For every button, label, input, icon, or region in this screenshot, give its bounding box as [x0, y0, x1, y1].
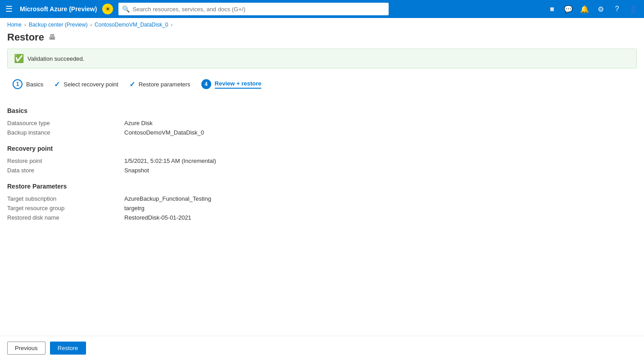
main-content: ✅ Validation succeeded. 1 Basics ✓ Selec… [0, 49, 644, 336]
step-restore-params[interactable]: ✓ Restore parameters [124, 76, 196, 92]
target-subscription-row: Target subscription AzureBackup_Function… [7, 195, 637, 202]
footer: Previous Restore [0, 336, 644, 360]
step-1-number: 1 [13, 79, 23, 89]
step-1-label: Basics [26, 81, 43, 88]
restore-point-value: 1/5/2021, 5:02:15 AM (Incremental) [124, 158, 216, 164]
notifications-icon[interactable]: 🔔 [577, 2, 592, 16]
datasource-type-label: Datasource type [7, 120, 124, 126]
restored-disk-name-label: Restored disk name [7, 214, 124, 221]
target-subscription-value: AzureBackup_Functional_Testing [124, 195, 211, 202]
restore-point-row: Restore point 1/5/2021, 5:02:15 AM (Incr… [7, 158, 637, 164]
nav-icons: ◽ 💬 🔔 ⚙ ? 👤 [545, 2, 640, 16]
restored-disk-name-value: RestoredDisk-05-01-2021 [124, 214, 191, 221]
recovery-point-section-title: Recovery point [7, 145, 637, 152]
step-2-label: Select recovery point [63, 81, 118, 88]
breadcrumb-vm-disk[interactable]: ContosoDemoVM_DataDisk_0 [95, 22, 168, 28]
target-resource-group-value: targetrg [124, 205, 145, 212]
account-icon[interactable]: 👤 [626, 2, 640, 16]
breadcrumb: Home › Backup center (Preview) › Contoso… [0, 18, 644, 32]
breadcrumb-home[interactable]: Home [7, 22, 22, 28]
validation-success-icon: ✅ [14, 54, 24, 63]
search-box[interactable]: 🔍 [118, 3, 389, 15]
step-3-label: Restore parameters [139, 81, 190, 88]
print-icon[interactable]: 🖶 [49, 33, 56, 41]
validation-banner: ✅ Validation succeeded. [7, 49, 637, 68]
cloud-shell-icon[interactable]: ◽ [545, 2, 559, 16]
backup-instance-value: ContosoDemoVM_DataDisk_0 [124, 129, 204, 136]
basics-section-title: Basics [7, 107, 637, 114]
top-navigation: ☰ Microsoft Azure (Preview) ☀ 🔍 ◽ 💬 🔔 ⚙ … [0, 0, 644, 18]
step-4-label: Review + restore [215, 80, 262, 89]
stepper: 1 Basics ✓ Select recovery point ✓ Resto… [7, 76, 637, 96]
datasource-type-value: Azure Disk [124, 120, 153, 126]
recovery-point-section: Recovery point Restore point 1/5/2021, 5… [7, 145, 637, 174]
step-2-check-icon: ✓ [54, 80, 60, 89]
step-review-restore[interactable]: 4 Review + restore [196, 76, 267, 93]
restore-params-section: Restore Parameters Target subscription A… [7, 183, 637, 221]
target-subscription-label: Target subscription [7, 195, 124, 202]
restore-button[interactable]: Restore [50, 342, 86, 355]
help-icon[interactable]: ? [610, 2, 624, 16]
page-title: Restore [7, 32, 44, 43]
app-title: Microsoft Azure (Preview) [20, 5, 97, 13]
target-resource-group-row: Target resource group targetrg [7, 205, 637, 212]
settings-icon[interactable]: ⚙ [594, 2, 608, 16]
backup-instance-label: Backup instance [7, 129, 124, 136]
breadcrumb-sep-1: › [24, 22, 26, 27]
feedback-icon[interactable]: 💬 [561, 2, 576, 16]
validation-message: Validation succeeded. [27, 55, 84, 62]
page-header: Restore 🖶 [0, 32, 644, 49]
basics-section: Basics Datasource type Azure Disk Backup… [7, 107, 637, 136]
breadcrumb-sep-3: › [171, 22, 172, 27]
data-store-row: Data store Snapshot [7, 167, 637, 174]
step-4-number: 4 [201, 79, 211, 89]
step-basics[interactable]: 1 Basics [7, 76, 49, 93]
search-input[interactable] [132, 6, 385, 13]
target-resource-group-label: Target resource group [7, 205, 124, 212]
breadcrumb-sep-2: › [90, 22, 92, 27]
previous-button[interactable]: Previous [7, 342, 45, 355]
data-store-label: Data store [7, 167, 124, 174]
sun-icon: ☀ [102, 4, 113, 14]
restored-disk-name-row: Restored disk name RestoredDisk-05-01-20… [7, 214, 637, 221]
datasource-type-row: Datasource type Azure Disk [7, 120, 637, 126]
breadcrumb-backup-center[interactable]: Backup center (Preview) [29, 22, 88, 28]
hamburger-menu[interactable]: ☰ [4, 2, 14, 16]
search-icon: 🔍 [122, 5, 130, 13]
restore-point-label: Restore point [7, 158, 124, 164]
backup-instance-row: Backup instance ContosoDemoVM_DataDisk_0 [7, 129, 637, 136]
restore-params-section-title: Restore Parameters [7, 183, 637, 190]
step-3-check-icon: ✓ [129, 80, 135, 89]
data-store-value: Snapshot [124, 167, 149, 174]
step-recovery-point[interactable]: ✓ Select recovery point [49, 76, 123, 92]
